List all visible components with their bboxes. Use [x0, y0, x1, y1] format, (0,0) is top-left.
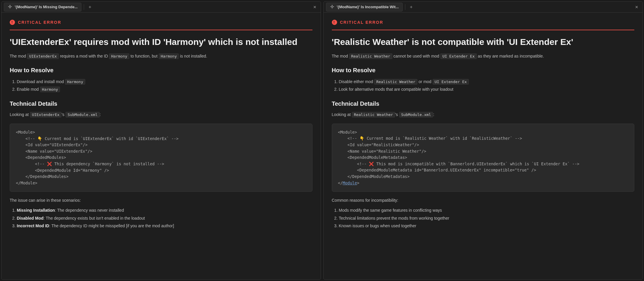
tab-divider: [84, 4, 84, 10]
mod-code: Realistic Weather: [352, 112, 395, 117]
resolve-list: Download and install mod Harmony Enable …: [10, 78, 312, 93]
pane-content: ! CRITICAL ERROR 'UIExtenderEx' requires…: [1, 13, 321, 239]
list-item: Download and install mod Harmony: [17, 78, 312, 86]
list-item: Technical limitations prevent the mods f…: [339, 214, 635, 222]
mod-code: Harmony: [40, 87, 60, 92]
tech-heading: Technical Details: [332, 100, 635, 107]
close-icon: [635, 5, 639, 9]
mod-code: Harmony: [159, 53, 179, 59]
reasons-list: Mods modify the same game features in co…: [332, 206, 635, 230]
list-item: Missing Installation: The dependency was…: [17, 206, 312, 214]
list-item: Incorrect Mod ID: The dependency ID migh…: [17, 222, 312, 230]
tech-lookup: Looking at UIExtenderEx's SubModule.xml:: [10, 111, 312, 118]
sparkle-icon: [330, 5, 334, 9]
sparkle-icon: [8, 5, 12, 9]
list-item: Look for alternative mods that are compa…: [339, 85, 635, 93]
code-link[interactable]: Module: [343, 181, 357, 185]
mod-code: UI Extender Ex: [433, 79, 469, 85]
badge-text: CRITICAL ERROR: [18, 20, 61, 25]
tab-title: '{ModName}' Is Incompatible Wit...: [337, 5, 399, 9]
mod-code: Realistic Weather: [374, 79, 417, 85]
list-item: Disable either mod Realistic Weather or …: [339, 78, 635, 86]
mod-code: UI Extender Ex: [440, 53, 477, 59]
scenario-intro: The issue can arise in these scenarios:: [10, 197, 312, 204]
error-pane-right: '{ModName}' Is Incompatible Wit... ! CRI…: [323, 1, 643, 280]
error-icon: !: [332, 20, 337, 25]
mod-code: Harmony: [65, 79, 85, 85]
list-item: Disabled Mod: The dependency exists but …: [17, 214, 312, 222]
close-pane-button[interactable]: [311, 4, 318, 11]
tab-bar: '{ModName}' Is Missing Depende...: [1, 1, 321, 13]
mod-code: UIExtenderEx: [27, 53, 59, 59]
list-item: Known issues or bugs when used together: [339, 222, 635, 230]
code-block[interactable]: <Module> <!-- 👇 Current mod is `Realisti…: [332, 124, 635, 192]
close-pane-button[interactable]: [633, 4, 640, 11]
mod-code: UIExtenderEx: [30, 112, 62, 117]
file-code: SubModule.xml: [399, 112, 433, 117]
tab-divider: [405, 4, 405, 10]
badge-text: CRITICAL ERROR: [340, 20, 384, 25]
scenario-list: Missing Installation: The dependency was…: [10, 206, 312, 230]
error-icon: !: [10, 20, 15, 25]
resolve-heading: How to Resolve: [10, 67, 312, 74]
tech-lookup: Looking at Realistic Weather's SubModule…: [332, 111, 635, 118]
list-item: Mods modify the same game features in co…: [339, 206, 635, 214]
error-badge: ! CRITICAL ERROR: [10, 20, 312, 30]
new-tab-button[interactable]: [408, 4, 415, 11]
reasons-intro: Common reasons for incompatibility:: [332, 197, 635, 204]
error-heading: 'Realistic Weather' is not compatible wi…: [332, 36, 635, 48]
error-summary: The mod UIExtenderEx requires a mod with…: [10, 53, 312, 60]
close-icon: [313, 5, 317, 9]
error-pane-left: '{ModName}' Is Missing Depende... ! CRIT…: [1, 1, 321, 280]
tab-active[interactable]: '{ModName}' Is Incompatible Wit...: [326, 3, 403, 11]
list-item: Enable mod Harmony: [17, 85, 312, 93]
resolve-list: Disable either mod Realistic Weather or …: [332, 78, 635, 93]
error-badge: ! CRITICAL ERROR: [332, 20, 635, 30]
tab-title: '{ModName}' Is Missing Depende...: [15, 5, 78, 9]
tab-active[interactable]: '{ModName}' Is Missing Depende...: [4, 3, 81, 11]
xml-code: <Module> <!-- 👇 Current mod is `UIExtend…: [16, 130, 178, 185]
plus-icon: [409, 5, 413, 9]
error-summary: The mod Realistic Weather cannot be used…: [332, 53, 635, 60]
pane-content: ! CRITICAL ERROR 'Realistic Weather' is …: [324, 13, 643, 239]
error-heading: 'UIExtenderEx' requires mod with ID 'Har…: [10, 36, 312, 48]
xml-code: <Module> <!-- 👇 Current mod is `Realisti…: [338, 130, 580, 185]
file-code: SubModule.xml: [66, 112, 100, 117]
mod-code: Realistic Weather: [349, 53, 392, 59]
new-tab-button[interactable]: [86, 4, 93, 11]
code-block[interactable]: <Module> <!-- 👇 Current mod is `UIExtend…: [10, 124, 312, 192]
resolve-heading: How to Resolve: [332, 67, 635, 74]
mod-code: Harmony: [109, 53, 129, 59]
tech-heading: Technical Details: [10, 100, 312, 107]
tab-bar: '{ModName}' Is Incompatible Wit...: [324, 1, 643, 13]
plus-icon: [88, 5, 92, 9]
